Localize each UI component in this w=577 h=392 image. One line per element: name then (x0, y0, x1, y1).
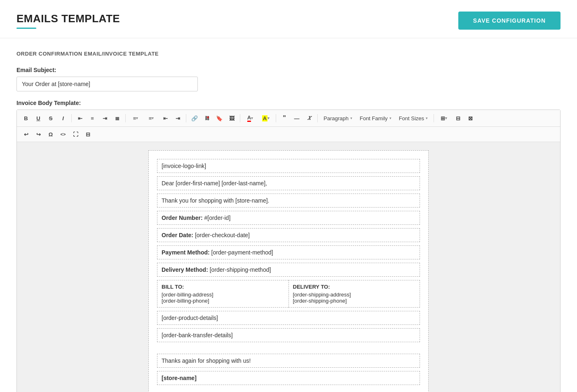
delivery-method-label: Delivery Method: (162, 266, 208, 273)
table-edit-button[interactable]: ⊟ (452, 112, 464, 124)
hr-button[interactable]: — (291, 112, 303, 124)
link-icon: 🔗 (191, 115, 198, 121)
table-extra-icon: ⊠ (468, 115, 473, 121)
table-chevron: ▾ (445, 116, 447, 120)
fullscreen-button[interactable]: ⛶ (70, 128, 81, 140)
blockquote-button[interactable]: " (279, 112, 290, 124)
paragraph-dropdown[interactable]: Paragraph ▾ (320, 112, 356, 124)
bold-icon: B (24, 115, 28, 121)
italic-button[interactable]: I (57, 112, 69, 124)
delivery-to-phone: [order-shipping-phone] (293, 298, 416, 304)
thank-you-value: Thank you for shopping with [store-name]… (162, 197, 269, 204)
redo-button[interactable]: ↪ (33, 128, 44, 140)
image-button[interactable]: 🖼 (226, 112, 237, 124)
clear-format-icon: 𝑋 (307, 115, 311, 121)
font-sizes-dropdown[interactable]: Font Sizes ▾ (396, 112, 431, 124)
payment-method-label: Payment Method: (162, 249, 210, 256)
clear-format-button[interactable]: 𝑋 (303, 112, 315, 124)
email-subject-label: Email Subject: (16, 67, 561, 73)
paragraph-label: Paragraph (324, 115, 349, 121)
outdent-button[interactable]: ⇤ (159, 112, 171, 124)
align-right-button[interactable]: ⇥ (99, 112, 110, 124)
indent-button[interactable]: ⇥ (172, 112, 183, 124)
bullet-list-chevron: ▾ (136, 116, 138, 120)
hr-icon: — (294, 115, 300, 121)
toolbar-row1: B U S I ⇤ ≡ ⇥ ≣ ≡ ▾ ≡ ▾ (17, 110, 560, 127)
email-subject-group: Email Subject: (16, 67, 561, 91)
omega-icon: Ω (49, 131, 53, 138)
content-area: ORDER CONFIRMATION EMAIL/INVOICE TEMPLAT… (0, 38, 577, 392)
page-header: EMAILS TEMPLATE SAVE CONFIGURATION (0, 0, 577, 38)
bill-to-title: BILL TO: (162, 284, 284, 290)
template-spacer (157, 345, 420, 354)
greeting-row: Dear [order-first-name] [order-last-name… (157, 176, 420, 190)
bullet-list-button[interactable]: ≡ ▾ (128, 112, 143, 124)
font-color-button[interactable]: A ▾ (243, 112, 258, 124)
italic-icon: I (62, 115, 64, 121)
align-left-button[interactable]: ⇤ (74, 112, 86, 124)
delivery-to-column: DELIVERY TO: [order-shipping-address] [o… (288, 280, 420, 308)
email-subject-input[interactable] (16, 77, 198, 91)
code-icon: <> (61, 132, 66, 137)
payment-method-row: Payment Method: [order-payment-method] (157, 245, 420, 259)
table-icon: ⊞ (441, 115, 445, 121)
font-family-dropdown[interactable]: Font Family ▾ (357, 112, 395, 124)
highlight-chevron: ▾ (267, 116, 270, 120)
product-details-row: [order-product-details] (157, 311, 420, 325)
unlink-icon: ⛓✕ (205, 116, 209, 121)
underline-icon: U (36, 115, 40, 121)
table-edit-icon: ⊟ (456, 115, 460, 121)
editor-content-area[interactable]: [invoice-logo-link] Dear [order-first-na… (17, 142, 560, 392)
strikethrough-button[interactable]: S (45, 112, 56, 124)
divider-5 (276, 114, 276, 122)
invoice-body-group: Invoice Body Template: B U S I ⇤ ≡ ⇥ ≣ ≡ (16, 100, 561, 392)
order-number-label: Order Number: (162, 215, 203, 221)
store-name-row: [store-name] (157, 371, 420, 385)
font-family-label: Font Family (360, 115, 388, 121)
bookmark-button[interactable]: 🔖 (213, 112, 225, 124)
bill-to-column: BILL TO: [order-billing-address] [order-… (157, 280, 288, 308)
order-date-row: Order Date: [order-checkout-date] (157, 228, 420, 242)
code-button[interactable]: <> (57, 128, 69, 140)
table-extra-button[interactable]: ⊠ (464, 112, 476, 124)
divider-2 (125, 114, 126, 122)
link-button[interactable]: 🔗 (189, 112, 200, 124)
underline-button[interactable]: U (33, 112, 44, 124)
font-color-chevron: ▾ (251, 116, 253, 120)
table-button[interactable]: ⊞ ▾ (436, 112, 451, 124)
header-left: EMAILS TEMPLATE (16, 12, 120, 29)
email-template-box: [invoice-logo-link] Dear [order-first-na… (148, 150, 429, 392)
ordered-list-chevron: ▾ (152, 116, 154, 120)
divider-1 (71, 114, 72, 122)
omega-button[interactable]: Ω (45, 128, 56, 140)
bank-transfer-row: [order-bank-transfer-details] (157, 328, 420, 342)
save-configuration-button[interactable]: SAVE CONFIGURATION (458, 12, 561, 30)
product-details-value: [order-product-details] (162, 315, 218, 321)
order-date-label: Order Date: (162, 232, 193, 238)
delivery-to-address: [order-shipping-address] (293, 292, 416, 298)
fullscreen-icon: ⛶ (73, 131, 78, 138)
undo-button[interactable]: ↩ (20, 128, 32, 140)
delivery-method-row: Delivery Method: [order-shipping-method] (157, 263, 420, 277)
help-button[interactable]: ⊟ (82, 128, 94, 140)
page-title: EMAILS TEMPLATE (16, 12, 120, 25)
align-left-icon: ⇤ (78, 115, 82, 121)
blockquote-icon: " (283, 114, 286, 122)
thank-you-row: Thank you for shopping with [store-name]… (157, 194, 420, 208)
font-sizes-label: Font Sizes (399, 115, 424, 121)
align-justify-button[interactable]: ≣ (111, 112, 123, 124)
divider-3 (186, 114, 186, 122)
bank-transfer-value: [order-bank-transfer-details] (162, 332, 233, 338)
address-columns: BILL TO: [order-billing-address] [order-… (157, 280, 420, 308)
font-sizes-chevron: ▾ (426, 116, 428, 120)
delivery-to-title: DELIVERY TO: (293, 284, 416, 290)
align-center-button[interactable]: ≡ (87, 112, 98, 124)
bold-button[interactable]: B (20, 112, 32, 124)
divider-4 (240, 114, 240, 122)
unlink-button[interactable]: ⛓✕ (201, 112, 213, 124)
ordered-list-button[interactable]: ≡ ▾ (144, 112, 159, 124)
thanks-again-value: Thanks again for shopping with us! (162, 357, 251, 364)
toolbar-row2: ↩ ↪ Ω <> ⛶ ⊟ (17, 127, 560, 142)
highlight-icon: A (262, 115, 267, 121)
highlight-button[interactable]: A ▾ (258, 112, 273, 124)
